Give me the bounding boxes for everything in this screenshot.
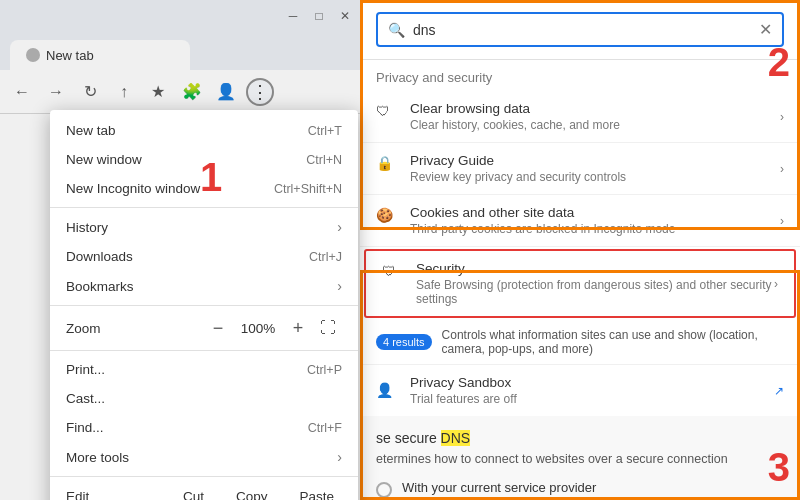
zoom-minus-button[interactable]: − (202, 314, 234, 342)
results-desc: Controls what information sites can use … (442, 328, 784, 356)
radio-current-provider[interactable] (376, 482, 392, 498)
dns-title-prefix: se secure (376, 430, 441, 446)
copy-button[interactable]: Copy (220, 485, 284, 500)
menu-item-find[interactable]: Find... Ctrl+F (50, 413, 358, 442)
search-area: 🔍 dns ✕ (360, 0, 800, 60)
forward-button[interactable]: → (42, 78, 70, 106)
clear-browsing-title: Clear browsing data (410, 101, 780, 116)
title-bar: ─ □ ✕ (0, 0, 360, 32)
tab-bar: New tab (0, 32, 360, 70)
close-button[interactable]: ✕ (338, 9, 352, 23)
bottom-section: se secure DNS etermines how to connect t… (360, 416, 800, 500)
privacy-sandbox-icon: 👤 (376, 382, 396, 402)
menu-item-print[interactable]: Print... Ctrl+P (50, 355, 358, 384)
menu-item-cast[interactable]: Cast... (50, 384, 358, 413)
tab-favicon (26, 48, 40, 62)
privacy-sandbox-item[interactable]: 👤 Privacy Sandbox Trial features are off… (360, 365, 800, 416)
zoom-plus-button[interactable]: + (282, 314, 314, 342)
clear-browsing-desc: Clear history, cookies, cache, and more (410, 118, 780, 132)
privacy-sandbox-title: Privacy Sandbox (410, 375, 774, 390)
menu-item-new-tab[interactable]: New tab Ctrl+T (50, 116, 358, 145)
search-clear-button[interactable]: ✕ (759, 20, 772, 39)
paste-button[interactable]: Paste (283, 485, 350, 500)
security-title: Security (416, 261, 774, 276)
security-icon: 🛡 (382, 263, 402, 283)
radio-row-1: With your current service provider Secur… (376, 480, 784, 500)
menu-button[interactable]: ⋮ (246, 78, 274, 106)
step-3-badge: 3 (768, 445, 790, 490)
cookies-icon: 🍪 (376, 207, 396, 227)
tab-label: New tab (46, 48, 94, 63)
profile-icon[interactable]: 👤 (212, 78, 240, 106)
toolbar: ← → ↻ ↑ ★ 🧩 👤 ⋮ (0, 70, 360, 114)
settings-item-security[interactable]: 🛡 Security Safe Browsing (protection fro… (366, 251, 794, 316)
menu-item-history[interactable]: History › (50, 212, 358, 242)
privacy-guide-arrow: › (780, 162, 784, 176)
privacy-guide-title: Privacy Guide (410, 153, 780, 168)
minimize-button[interactable]: ─ (286, 9, 300, 23)
edit-label: Edit (58, 489, 167, 500)
right-panel: 🔍 dns ✕ Privacy and security 🛡 Clear bro… (360, 0, 800, 500)
left-panel: ─ □ ✕ New tab ← → ↻ ↑ ★ 🧩 👤 ⋮ New tab Ct… (0, 0, 360, 500)
dns-title: se secure DNS (376, 430, 784, 446)
results-item: 4 results Controls what information site… (360, 320, 800, 365)
edit-row: Edit Cut Copy Paste (50, 481, 358, 500)
menu-item-more-tools[interactable]: More tools › (50, 442, 358, 472)
search-icon: 🔍 (388, 22, 405, 38)
menu-divider-1 (50, 207, 358, 208)
cut-button[interactable]: Cut (167, 485, 220, 500)
search-value[interactable]: dns (413, 22, 759, 38)
active-tab[interactable]: New tab (10, 40, 190, 70)
security-highlight-box: 🛡 Security Safe Browsing (protection fro… (364, 249, 796, 318)
step-2-badge: 2 (768, 40, 790, 85)
clear-browsing-icon: 🛡 (376, 103, 396, 123)
zoom-row: Zoom − 100% + ⛶ (50, 310, 358, 346)
bookmark-icon[interactable]: ★ (144, 78, 172, 106)
extension-icon[interactable]: 🧩 (178, 78, 206, 106)
dns-highlight: DNS (441, 430, 471, 446)
radio-1-label: With your current service provider (402, 480, 643, 495)
cookies-title: Cookies and other site data (410, 205, 780, 220)
search-box: 🔍 dns ✕ (376, 12, 784, 47)
security-desc: Safe Browsing (protection from dangerous… (416, 278, 774, 306)
menu-divider-3 (50, 350, 358, 351)
privacy-guide-icon: 🔒 (376, 155, 396, 175)
clear-browsing-arrow: › (780, 110, 784, 124)
step-1-badge: 1 (200, 155, 222, 200)
privacy-section: Privacy and security 🛡 Clear browsing da… (360, 60, 800, 416)
back-button[interactable]: ← (8, 78, 36, 106)
menu-item-bookmarks[interactable]: Bookmarks › (50, 271, 358, 301)
privacy-guide-desc: Review key privacy and security controls (410, 170, 780, 184)
security-arrow: › (774, 277, 778, 291)
cookies-arrow: › (780, 214, 784, 228)
results-badge: 4 results (376, 334, 432, 350)
cookies-desc: Third-party cookies are blocked in Incog… (410, 222, 780, 236)
menu-divider-2 (50, 305, 358, 306)
privacy-sandbox-desc: Trial features are off (410, 392, 774, 406)
menu-divider-4 (50, 476, 358, 477)
maximize-button[interactable]: □ (312, 9, 326, 23)
reload-button[interactable]: ↻ (76, 78, 104, 106)
privacy-section-header: Privacy and security (360, 60, 800, 91)
fullscreen-icon[interactable]: ⛶ (314, 314, 342, 342)
menu-item-downloads[interactable]: Downloads Ctrl+J (50, 242, 358, 271)
settings-item-cookies[interactable]: 🍪 Cookies and other site data Third-part… (360, 195, 800, 247)
settings-item-clear-browsing[interactable]: 🛡 Clear browsing data Clear history, coo… (360, 91, 800, 143)
external-link-icon: ↗ (774, 384, 784, 398)
dns-desc: etermines how to connect to websites ove… (376, 452, 784, 466)
settings-item-privacy-guide[interactable]: 🔒 Privacy Guide Review key privacy and s… (360, 143, 800, 195)
share-icon[interactable]: ↑ (110, 78, 138, 106)
zoom-value: 100% (234, 321, 282, 336)
